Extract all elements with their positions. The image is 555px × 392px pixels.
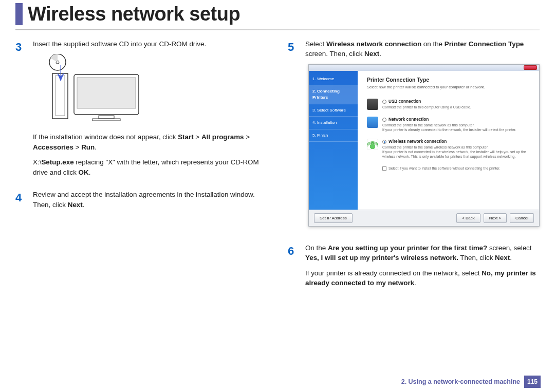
page-number: 115 — [524, 376, 541, 388]
svg-rect-3 — [77, 78, 136, 108]
step-4-text: Review and accept the installation agree… — [33, 190, 267, 210]
option-network: Network connection Connect the printer t… — [367, 117, 530, 132]
install-without-connect-row: Select if you want to install the softwa… — [382, 166, 530, 171]
step-body: Insert the supplied software CD into you… — [33, 39, 267, 182]
radio-icon — [382, 100, 386, 104]
svg-rect-0 — [52, 73, 68, 119]
cd-computer-illustration — [42, 54, 160, 126]
sidebar-item-install: 4. Installation — [309, 117, 358, 129]
step-body: On the Are you setting up your printer f… — [305, 243, 540, 293]
back-button: < Back — [456, 213, 480, 223]
step-number: 6 — [288, 243, 298, 293]
usb-icon — [367, 99, 378, 110]
step-5-text: Select Wireless network connection on th… — [305, 39, 540, 59]
page: Wireless network setup 3 Insert the supp… — [0, 3, 555, 392]
wifi-icon — [367, 139, 378, 150]
option-usb-title: USB connection — [382, 99, 530, 105]
close-icon — [524, 65, 537, 70]
radio-selected-icon — [382, 140, 386, 144]
step-number: 5 — [288, 39, 298, 236]
page-header: Wireless network setup — [15, 3, 540, 25]
header-divider — [15, 29, 540, 30]
step-number: 4 — [15, 190, 26, 215]
page-title: Wireless network setup — [28, 3, 540, 25]
dialog-titlebar — [309, 65, 539, 71]
network-icon — [367, 117, 378, 128]
step-3-line2: If the installation window does not appe… — [33, 132, 267, 152]
option-usb: USB connection Connect the printer to th… — [367, 99, 530, 110]
sidebar-item-select: 3. Select Software — [309, 104, 358, 117]
step-body: Select Wireless network connection on th… — [305, 39, 540, 236]
dialog-heading: Printer Connection Type — [367, 76, 530, 84]
radio-icon — [382, 118, 386, 122]
option-wireless-desc: Connect the printer to the same wireless… — [382, 145, 530, 159]
installer-dialog: 1. Welcome 2. Connecting Printers 3. Sel… — [308, 64, 540, 227]
dialog-sidebar: 1. Welcome 2. Connecting Printers 3. Sel… — [309, 71, 358, 210]
option-network-title: Network connection — [382, 117, 530, 123]
step-6: 6 On the Are you setting up your printer… — [288, 243, 540, 293]
svg-rect-4 — [99, 116, 114, 119]
dialog-body: 1. Welcome 2. Connecting Printers 3. Sel… — [309, 71, 539, 210]
left-column: 3 Insert the supplied software CD into y… — [15, 39, 267, 301]
step-3: 3 Insert the supplied software CD into y… — [15, 39, 267, 182]
right-column: 5 Select Wireless network connection on … — [288, 39, 540, 301]
step-6-line2: If your printer is already connected on … — [305, 268, 540, 288]
step-5: 5 Select Wireless network connection on … — [288, 39, 540, 236]
content-columns: 3 Insert the supplied software CD into y… — [15, 39, 540, 301]
next-button: Next > — [484, 213, 507, 223]
dialog-footer: Set IP Address < Back Next > Cancel — [309, 210, 539, 226]
dialog-main: Printer Connection Type Select how the p… — [358, 71, 539, 210]
step-3-line1: Insert the supplied software CD into you… — [33, 39, 267, 49]
footer-chapter: 2. Using a network-connected machine — [401, 378, 520, 385]
sidebar-item-connecting: 2. Connecting Printers — [309, 85, 358, 104]
dialog-subheading: Select how the printer will be connected… — [367, 85, 530, 90]
step-4: 4 Review and accept the installation agr… — [15, 190, 267, 215]
cancel-button: Cancel — [510, 213, 534, 223]
svg-rect-5 — [92, 119, 120, 121]
checkbox-icon — [382, 166, 386, 171]
sidebar-item-finish: 5. Finish — [309, 129, 358, 142]
option-usb-desc: Connect the printer to this computer usi… — [382, 105, 530, 110]
page-footer: 2. Using a network-connected machine 115 — [401, 376, 541, 388]
sidebar-item-welcome: 1. Welcome — [309, 73, 358, 86]
step-6-line1: On the Are you setting up your printer f… — [305, 243, 540, 263]
step-body: Review and accept the installation agree… — [33, 190, 267, 215]
option-wireless: Wireless network connection Connect the … — [367, 139, 530, 159]
set-ip-button: Set IP Address — [314, 213, 353, 223]
option-wireless-title: Wireless network connection — [382, 139, 530, 145]
step-3-line3: X:\Setup.exe replacing "X" with the lett… — [33, 157, 267, 177]
option-network-desc: Connect the printer to the same network … — [382, 123, 530, 133]
step-number: 3 — [15, 39, 26, 182]
